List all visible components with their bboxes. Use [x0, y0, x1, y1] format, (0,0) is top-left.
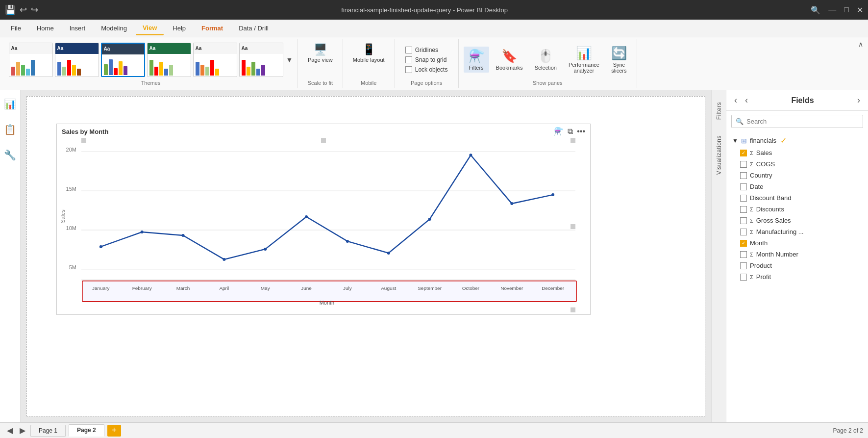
theme-header-2: Aa	[55, 43, 99, 54]
field-checkbox[interactable]	[740, 183, 747, 190]
field-label: Profit	[756, 273, 771, 281]
mobile-layout-label: Mobile layout	[353, 57, 385, 63]
field-checkbox[interactable]	[740, 195, 747, 202]
data-view-icon[interactable]: 📋	[1, 121, 19, 138]
field-label: Product	[750, 262, 772, 269]
chart-container[interactable]: Sales by Month ⚗️ ⧉ ••• 20M 15M 10M 5M S…	[56, 124, 591, 315]
snap-checkbox-box[interactable]	[405, 56, 412, 63]
show-panes-label: Show panes	[533, 78, 563, 86]
fields-item[interactable]: ✓ΣSales	[726, 147, 868, 158]
bar	[16, 62, 20, 76]
panel-left-arrow2[interactable]: ‹	[743, 94, 750, 106]
performance-analyzer-button[interactable]: 📊 Performance analyzer	[564, 44, 604, 76]
undo-icon[interactable]: ↩	[20, 4, 27, 15]
bookmarks-button[interactable]: 🔖 Bookmarks	[491, 47, 528, 73]
model-view-icon[interactable]: 🔧	[1, 146, 19, 164]
panel-right-arrow[interactable]: ›	[855, 94, 862, 106]
field-checkbox[interactable]	[740, 274, 747, 281]
field-checkbox[interactable]: ✓	[740, 240, 747, 247]
filters-side-tab[interactable]: Filters	[715, 98, 723, 124]
fields-item[interactable]: ΣDiscounts	[726, 204, 868, 215]
visualizations-side-tab[interactable]: Visualizations	[715, 131, 723, 179]
bar	[196, 62, 199, 76]
page-options-section: Gridlines Snap to grid Lock objects Page…	[395, 39, 459, 88]
bar	[31, 60, 35, 76]
fields-item[interactable]: ΣCOGS	[726, 158, 868, 170]
themes-dropdown-arrow[interactable]: ▼	[286, 56, 293, 64]
ribbon: Aa Aa Aa	[0, 37, 868, 90]
menu-format[interactable]: Format	[195, 22, 230, 35]
chart-filter-icon[interactable]: ⚗️	[554, 127, 564, 136]
theme-card-5[interactable]: Aa	[193, 43, 237, 77]
next-page-arrow[interactable]: ▶	[18, 425, 27, 436]
save-icon[interactable]: 💾	[5, 4, 16, 15]
chart-focus-icon[interactable]: ⧉	[568, 127, 573, 136]
theme-card-6[interactable]: Aa	[239, 43, 283, 77]
theme-header-6: Aa	[240, 43, 283, 54]
fields-item[interactable]: Date	[726, 181, 868, 192]
title-bar: 💾 ↩ ↪ financial-sample-finished-update-q…	[0, 0, 868, 20]
ribbon-collapse-button[interactable]: ∧	[855, 39, 866, 49]
lock-checkbox-box[interactable]	[405, 66, 412, 73]
svg-rect-39	[570, 224, 575, 229]
bar	[62, 67, 66, 76]
field-checkbox[interactable]	[740, 217, 747, 224]
menu-home[interactable]: Home	[30, 22, 61, 35]
menu-help[interactable]: Help	[166, 22, 193, 35]
fields-item[interactable]: Discount Band	[726, 192, 868, 204]
mobile-layout-button[interactable]: 📱 Mobile layout	[348, 41, 390, 65]
field-checkbox[interactable]	[740, 161, 747, 168]
maximize-button[interactable]: □	[844, 5, 849, 15]
gridlines-checkbox[interactable]: Gridlines	[405, 47, 448, 53]
selection-button[interactable]: 🖱️ Selection	[530, 47, 562, 73]
search-icon[interactable]: 🔍	[811, 5, 820, 15]
sync-slicers-button[interactable]: 🔄 Sync slicers	[606, 44, 632, 76]
field-checkbox[interactable]	[740, 206, 747, 213]
field-checkbox[interactable]	[740, 229, 747, 235]
theme-card-3[interactable]: Aa	[101, 43, 145, 77]
panel-nav: ‹ ‹	[732, 94, 750, 106]
menu-modeling[interactable]: Modeling	[94, 22, 134, 35]
field-checkbox[interactable]	[740, 251, 747, 258]
sync-slicers-label: Sync slicers	[611, 62, 626, 74]
selection-icon: 🖱️	[538, 49, 553, 64]
minimize-button[interactable]: —	[828, 5, 836, 15]
snap-to-grid-label: Snap to grid	[415, 56, 447, 63]
page-tab-1[interactable]: Page 1	[30, 425, 66, 437]
bottom-bar-left: ◀ ▶ Page 1 Page 2 +	[5, 424, 121, 437]
prev-page-arrow[interactable]: ◀	[5, 425, 15, 436]
fields-table-header[interactable]: ▼ ⊞ financials ✓	[726, 134, 868, 147]
fields-item[interactable]: Product	[726, 260, 868, 271]
redo-icon[interactable]: ↪	[31, 4, 38, 15]
fields-item[interactable]: ΣManufacturing ...	[726, 226, 868, 237]
chart-more-icon[interactable]: •••	[577, 127, 585, 136]
theme-card-2[interactable]: Aa	[55, 43, 99, 77]
field-checkbox[interactable]	[740, 262, 747, 269]
fields-search-input[interactable]	[746, 118, 859, 125]
menu-insert[interactable]: Insert	[63, 22, 93, 35]
fields-search-box[interactable]: 🔍	[731, 115, 863, 128]
add-page-button[interactable]: +	[107, 425, 121, 437]
field-checkbox[interactable]	[740, 172, 747, 179]
menu-file[interactable]: File	[4, 22, 28, 35]
lock-objects-checkbox[interactable]: Lock objects	[405, 66, 448, 73]
gridlines-checkbox-box[interactable]	[405, 47, 412, 53]
snap-to-grid-checkbox[interactable]: Snap to grid	[405, 56, 448, 63]
page-view-button[interactable]: 🖥️ Page view	[303, 41, 338, 65]
fields-item[interactable]: ✓Month	[726, 237, 868, 249]
close-button[interactable]: ✕	[857, 5, 863, 15]
panel-left-arrow[interactable]: ‹	[732, 94, 739, 106]
menu-data-drill[interactable]: Data / Drill	[232, 22, 275, 35]
menu-view[interactable]: View	[136, 21, 164, 35]
fields-item[interactable]: Country	[726, 170, 868, 181]
theme-card-4[interactable]: Aa	[147, 43, 191, 77]
fields-item[interactable]: ΣProfit	[726, 271, 868, 283]
svg-text:September: September	[418, 285, 442, 291]
filters-button[interactable]: ⚗️ Filters	[464, 47, 489, 73]
page-tab-2[interactable]: Page 2	[69, 424, 104, 437]
fields-item[interactable]: ΣMonth Number	[726, 249, 868, 260]
theme-card-1[interactable]: Aa	[9, 43, 53, 77]
report-view-icon[interactable]: 📊	[1, 95, 19, 113]
field-checkbox[interactable]: ✓	[740, 150, 747, 156]
fields-item[interactable]: ΣGross Sales	[726, 215, 868, 226]
